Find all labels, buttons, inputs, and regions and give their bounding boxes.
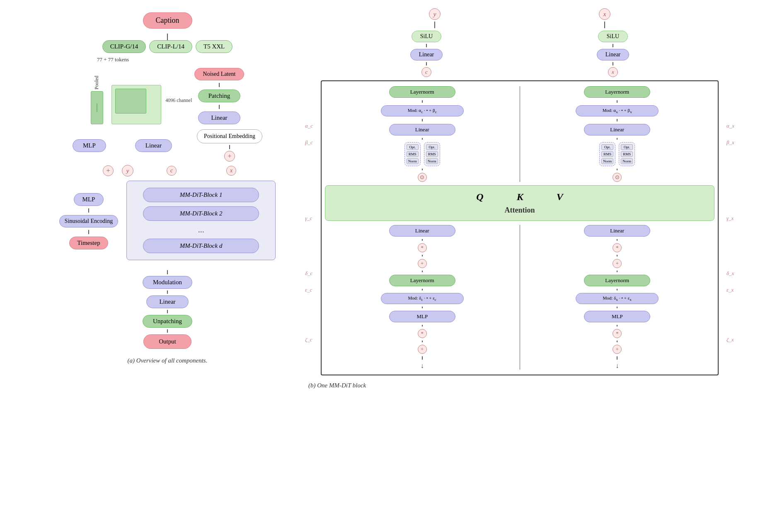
- silu-left-group: SiLU Linear c: [410, 31, 443, 77]
- mlp-top-box: MLP: [73, 139, 106, 152]
- lower-section: MLP Sinusoidal Encoding Timestep MM-DiT-…: [39, 181, 296, 265]
- alpha-x-label: α_x: [726, 118, 734, 134]
- caption-b: (b) One MM-DiT block: [308, 382, 731, 389]
- mod-x-box: Mod: αx · • + βx: [576, 105, 659, 116]
- mlp-x-box: MLP: [584, 311, 650, 322]
- opt-rms-c2: Opt. RMS Norm: [424, 142, 440, 166]
- linear-silu-right-box: Linear: [597, 49, 630, 60]
- mod-x2-box: Mod: δx · • + εx: [576, 293, 659, 304]
- opt-rms-x2: Opt. RMS Norm: [619, 142, 635, 166]
- mmdit-block-2: MM-DiT-Block 2: [143, 206, 259, 221]
- visual-row: Pooled 4096 channel Noised Latent Patchi…: [91, 65, 245, 124]
- right-side-labels: α_x β_x γ_x δ_x ε_x ζ_x: [726, 80, 734, 348]
- qkv-row: Q K V: [476, 191, 563, 203]
- plus-x2: +: [613, 345, 622, 354]
- silu-right-group: SiLU Linear x: [597, 31, 630, 77]
- x-input-circle2: x: [608, 67, 618, 77]
- beta-x-label: β_x: [726, 134, 734, 151]
- epsilon-x-label: ε_x: [726, 282, 734, 298]
- down-arrow-c: ↓: [421, 362, 424, 370]
- layernorm-c2-box: Layernorm: [389, 275, 455, 286]
- silu-right-box: SiLU: [598, 31, 628, 42]
- alpha-c-label: α_c: [305, 118, 313, 134]
- token-grid: 4096 channel: [111, 85, 161, 124]
- opt-rms-c: Opt. RMS Norm Opt. RMS Norm: [404, 142, 440, 166]
- opt-rms-x1: Opt. RMS Norm: [599, 142, 615, 166]
- star-c2: *: [418, 329, 427, 338]
- x-post-attn: Linear * + Layernorm Mod: δx · • + εx ML…: [520, 225, 715, 370]
- zeta-x-label: ζ_x: [726, 331, 734, 348]
- c-post-attn: Linear * + Layernorm Mod: δc · • + εc ML…: [325, 225, 520, 370]
- right-diagram: y x SiLU Linear c SiLU Linear x: [308, 8, 731, 389]
- down-arrow-x: ↓: [615, 362, 619, 370]
- linear-out-box: Linear: [146, 295, 188, 308]
- gamma-x-label: γ_x: [726, 209, 734, 228]
- modulation-box: Modulation: [143, 276, 192, 289]
- plus-c1: +: [418, 259, 427, 268]
- mm-dit-italic: MM-DiT: [329, 382, 351, 389]
- timestep-box: Timestep: [69, 237, 108, 249]
- sinusoidal-box: Sinusoidal Encoding: [59, 215, 118, 227]
- plus-op-1: +: [224, 151, 235, 162]
- caption-box: Caption: [143, 12, 192, 29]
- star-x2: *: [613, 329, 622, 338]
- plus-y-row: + y c x: [103, 165, 236, 177]
- epsilon-c-label: ε_c: [305, 282, 313, 298]
- star-x: *: [613, 243, 622, 252]
- star-c: *: [418, 243, 427, 252]
- mod-c2-box: Mod: δc · • + εc: [381, 293, 464, 304]
- plus-c2: +: [418, 345, 427, 354]
- linear-c1-box: Linear: [389, 124, 455, 135]
- caption-a: (a) Overview of all components.: [128, 357, 208, 364]
- c-column: Layernorm Mod: αc · • + βc Linear Opt.: [325, 86, 520, 182]
- linear-x1-box: Linear: [584, 124, 650, 135]
- layernorm-x-box: Layernorm: [584, 86, 650, 98]
- pos-emb-box: Positional Embedding: [197, 129, 262, 143]
- hadamard-c: ⊙: [418, 173, 427, 182]
- linear-x2-box: Linear: [584, 225, 650, 237]
- clip-g-box: CLIP-G/14: [102, 40, 146, 53]
- zeta-c-label: ζ_c: [305, 331, 313, 348]
- opt-rms-x: Opt. RMS Norm Opt. RMS Norm: [599, 142, 635, 166]
- left-side-labels: α_c β_c γ_c δ_c ε_c ζ_c: [305, 80, 313, 348]
- linear-top-box: Linear: [135, 139, 172, 152]
- noised-block: Noised Latent Patching Linear: [194, 68, 245, 124]
- mlp-c-box: MLP: [389, 311, 455, 322]
- k-label: K: [517, 191, 523, 203]
- pooled-block: Pooled: [91, 65, 103, 124]
- patching-box: Patching: [198, 89, 241, 102]
- pooled-label: Pooled: [94, 65, 100, 89]
- mmdit-block-1: MM-DiT-Block 1: [143, 188, 259, 202]
- linear-patch-box: Linear: [198, 111, 240, 124]
- gamma-c-label: γ_c: [305, 209, 313, 228]
- x-column: Layernorm Mod: αx · • + βx Linear Opt. R…: [520, 86, 715, 182]
- opt-rms-c1: Opt. RMS Norm: [404, 142, 421, 166]
- y-circle: y: [122, 165, 133, 177]
- pos-emb-group: Positional Embedding +: [197, 129, 262, 162]
- hadamard-x: ⊙: [613, 173, 622, 182]
- c-circle: c: [167, 166, 177, 176]
- channel-label: 4096 channel: [165, 97, 192, 104]
- tokens-label: 77 + 77 tokens: [97, 56, 129, 63]
- encoders-row: CLIP-G/14 CLIP-L/14 T5 XXL: [102, 40, 233, 53]
- main-diagrams-row: Caption CLIP-G/14 CLIP-L/14 T5 XXL 77 + …: [8, 8, 762, 389]
- delta-c-label: δ_c: [305, 265, 313, 282]
- layernorm-c-box: Layernorm: [389, 86, 455, 98]
- mlp-linear-row: MLP Linear Positional Embedding +: [73, 129, 262, 162]
- left-diagram: Caption CLIP-G/14 CLIP-L/14 T5 XXL 77 + …: [39, 8, 296, 364]
- post-attention: Linear * + Layernorm Mod: δc · • + εc ML…: [325, 225, 714, 370]
- q-label: Q: [476, 191, 483, 203]
- y-input-circle: y: [429, 8, 441, 20]
- v-label: V: [557, 191, 563, 203]
- c-input-circle: c: [421, 67, 431, 77]
- ellipsis: ...: [198, 225, 204, 235]
- x-circle: x: [226, 166, 236, 176]
- silu-left-box: SiLU: [412, 31, 441, 42]
- mod-c-box: Mod: αc · • + βc: [381, 105, 464, 116]
- delta-x-label: δ_x: [726, 265, 734, 282]
- plus-op-left: +: [103, 165, 114, 176]
- two-cols: Layernorm Mod: αc · • + βc Linear Opt.: [325, 86, 714, 182]
- attention-section: Q K V Attention: [325, 185, 714, 221]
- unpatching-box: Unpatching: [143, 315, 192, 328]
- layernorm-x2-box: Layernorm: [584, 275, 650, 286]
